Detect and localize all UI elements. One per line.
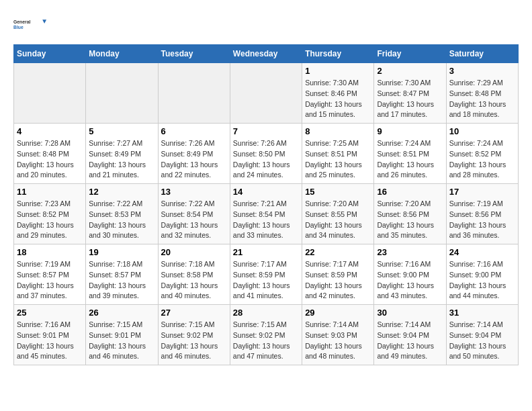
svg-text:Blue: Blue [13, 25, 24, 30]
weekday-header: Monday [86, 45, 158, 63]
day-number: 26 [89, 308, 154, 318]
day-info: Sunrise: 7:19 AMSunset: 8:57 PMDaylight:… [17, 259, 83, 302]
day-number: 31 [449, 308, 515, 318]
calendar-cell: 10Sunrise: 7:24 AMSunset: 8:52 PMDayligh… [446, 124, 518, 184]
day-info: Sunrise: 7:14 AMSunset: 9:03 PMDaylight:… [305, 320, 371, 362]
weekday-header: Thursday [302, 45, 374, 63]
day-number: 6 [161, 126, 227, 136]
calendar-cell: 12Sunrise: 7:22 AMSunset: 8:53 PMDayligh… [86, 184, 158, 244]
day-info: Sunrise: 7:15 AMSunset: 9:01 PMDaylight:… [89, 320, 154, 362]
day-number: 9 [377, 126, 443, 136]
calendar-cell: 6Sunrise: 7:26 AMSunset: 8:49 PMDaylight… [158, 124, 230, 184]
day-info: Sunrise: 7:15 AMSunset: 9:02 PMDaylight:… [233, 320, 299, 362]
day-number: 29 [305, 308, 371, 318]
day-number: 30 [377, 308, 443, 318]
day-number: 25 [17, 308, 83, 318]
weekday-header: Sunday [14, 45, 86, 63]
calendar-cell: 7Sunrise: 7:26 AMSunset: 8:50 PMDaylight… [230, 124, 302, 184]
calendar-cell: 11Sunrise: 7:23 AMSunset: 8:52 PMDayligh… [14, 184, 86, 244]
day-info: Sunrise: 7:29 AMSunset: 8:48 PMDaylight:… [449, 78, 515, 120]
calendar-cell: 17Sunrise: 7:19 AMSunset: 8:56 PMDayligh… [446, 184, 518, 244]
calendar-cell: 14Sunrise: 7:21 AMSunset: 8:54 PMDayligh… [230, 184, 302, 244]
calendar-cell: 25Sunrise: 7:16 AMSunset: 9:01 PMDayligh… [14, 305, 86, 365]
day-info: Sunrise: 7:18 AMSunset: 8:57 PMDaylight:… [89, 259, 154, 302]
calendar-cell [14, 63, 86, 124]
logo-svg: General Blue [13, 11, 47, 38]
calendar-cell: 22Sunrise: 7:17 AMSunset: 8:59 PMDayligh… [302, 244, 374, 305]
weekday-header: Friday [374, 45, 446, 63]
day-info: Sunrise: 7:18 AMSunset: 8:58 PMDaylight:… [161, 259, 227, 302]
day-info: Sunrise: 7:20 AMSunset: 8:56 PMDaylight:… [377, 199, 443, 241]
day-info: Sunrise: 7:15 AMSunset: 9:02 PMDaylight:… [161, 320, 227, 362]
svg-marker-2 [42, 19, 46, 24]
calendar-cell: 31Sunrise: 7:14 AMSunset: 9:04 PMDayligh… [446, 305, 518, 365]
calendar-cell: 5Sunrise: 7:27 AMSunset: 8:49 PMDaylight… [86, 124, 158, 184]
calendar-cell: 4Sunrise: 7:28 AMSunset: 8:48 PMDaylight… [14, 124, 86, 184]
calendar-cell: 2Sunrise: 7:30 AMSunset: 8:47 PMDaylight… [374, 63, 446, 124]
day-number: 7 [233, 126, 299, 136]
calendar-week-row: 11Sunrise: 7:23 AMSunset: 8:52 PMDayligh… [14, 184, 519, 244]
day-info: Sunrise: 7:22 AMSunset: 8:54 PMDaylight:… [161, 199, 227, 241]
calendar-cell [86, 63, 158, 124]
calendar-cell: 29Sunrise: 7:14 AMSunset: 9:03 PMDayligh… [302, 305, 374, 365]
day-info: Sunrise: 7:16 AMSunset: 9:00 PMDaylight:… [449, 259, 515, 302]
calendar-cell: 26Sunrise: 7:15 AMSunset: 9:01 PMDayligh… [86, 305, 158, 365]
day-number: 16 [377, 187, 443, 197]
page-header: General Blue [13, 11, 519, 38]
day-number: 18 [17, 247, 83, 257]
calendar-cell: 19Sunrise: 7:18 AMSunset: 8:57 PMDayligh… [86, 244, 158, 305]
day-info: Sunrise: 7:19 AMSunset: 8:56 PMDaylight:… [449, 199, 515, 241]
day-info: Sunrise: 7:26 AMSunset: 8:49 PMDaylight:… [161, 138, 227, 181]
day-number: 3 [449, 66, 515, 76]
day-info: Sunrise: 7:30 AMSunset: 8:46 PMDaylight:… [305, 78, 371, 120]
day-info: Sunrise: 7:14 AMSunset: 9:04 PMDaylight:… [377, 320, 443, 362]
day-info: Sunrise: 7:28 AMSunset: 8:48 PMDaylight:… [17, 138, 83, 181]
weekday-header: Tuesday [158, 45, 230, 63]
day-info: Sunrise: 7:17 AMSunset: 8:59 PMDaylight:… [233, 259, 299, 302]
day-number: 15 [305, 187, 371, 197]
day-info: Sunrise: 7:23 AMSunset: 8:52 PMDaylight:… [17, 199, 83, 241]
calendar-cell: 9Sunrise: 7:24 AMSunset: 8:51 PMDaylight… [374, 124, 446, 184]
day-number: 28 [233, 308, 299, 318]
svg-text:General: General [13, 19, 30, 24]
day-number: 27 [161, 308, 227, 318]
calendar-cell: 20Sunrise: 7:18 AMSunset: 8:58 PMDayligh… [158, 244, 230, 305]
calendar-cell: 24Sunrise: 7:16 AMSunset: 9:00 PMDayligh… [446, 244, 518, 305]
day-number: 4 [17, 126, 83, 136]
calendar-cell: 1Sunrise: 7:30 AMSunset: 8:46 PMDaylight… [302, 63, 374, 124]
calendar-cell: 16Sunrise: 7:20 AMSunset: 8:56 PMDayligh… [374, 184, 446, 244]
day-info: Sunrise: 7:30 AMSunset: 8:47 PMDaylight:… [377, 78, 443, 120]
calendar-week-row: 25Sunrise: 7:16 AMSunset: 9:01 PMDayligh… [14, 305, 519, 365]
day-info: Sunrise: 7:24 AMSunset: 8:51 PMDaylight:… [377, 138, 443, 181]
calendar-cell: 30Sunrise: 7:14 AMSunset: 9:04 PMDayligh… [374, 305, 446, 365]
day-info: Sunrise: 7:24 AMSunset: 8:52 PMDaylight:… [449, 138, 515, 181]
day-number: 19 [89, 247, 154, 257]
day-info: Sunrise: 7:16 AMSunset: 9:00 PMDaylight:… [377, 259, 443, 302]
calendar-cell [158, 63, 230, 124]
day-number: 17 [449, 187, 515, 197]
day-info: Sunrise: 7:20 AMSunset: 8:55 PMDaylight:… [305, 199, 371, 241]
calendar-cell: 28Sunrise: 7:15 AMSunset: 9:02 PMDayligh… [230, 305, 302, 365]
day-number: 23 [377, 247, 443, 257]
day-number: 5 [89, 126, 154, 136]
calendar-cell: 23Sunrise: 7:16 AMSunset: 9:00 PMDayligh… [374, 244, 446, 305]
calendar-week-row: 18Sunrise: 7:19 AMSunset: 8:57 PMDayligh… [14, 244, 519, 305]
day-number: 24 [449, 247, 515, 257]
day-info: Sunrise: 7:27 AMSunset: 8:49 PMDaylight:… [89, 138, 154, 181]
calendar-cell: 27Sunrise: 7:15 AMSunset: 9:02 PMDayligh… [158, 305, 230, 365]
calendar-cell: 8Sunrise: 7:25 AMSunset: 8:51 PMDaylight… [302, 124, 374, 184]
calendar-cell: 21Sunrise: 7:17 AMSunset: 8:59 PMDayligh… [230, 244, 302, 305]
day-number: 1 [305, 66, 371, 76]
calendar-cell: 18Sunrise: 7:19 AMSunset: 8:57 PMDayligh… [14, 244, 86, 305]
day-info: Sunrise: 7:14 AMSunset: 9:04 PMDaylight:… [449, 320, 515, 362]
day-info: Sunrise: 7:16 AMSunset: 9:01 PMDaylight:… [17, 320, 83, 362]
calendar-cell [230, 63, 302, 124]
day-number: 20 [161, 247, 227, 257]
calendar-cell: 3Sunrise: 7:29 AMSunset: 8:48 PMDaylight… [446, 63, 518, 124]
day-info: Sunrise: 7:26 AMSunset: 8:50 PMDaylight:… [233, 138, 299, 181]
logo: General Blue [13, 11, 47, 38]
day-number: 11 [17, 187, 83, 197]
day-number: 22 [305, 247, 371, 257]
day-number: 21 [233, 247, 299, 257]
day-number: 2 [377, 66, 443, 76]
